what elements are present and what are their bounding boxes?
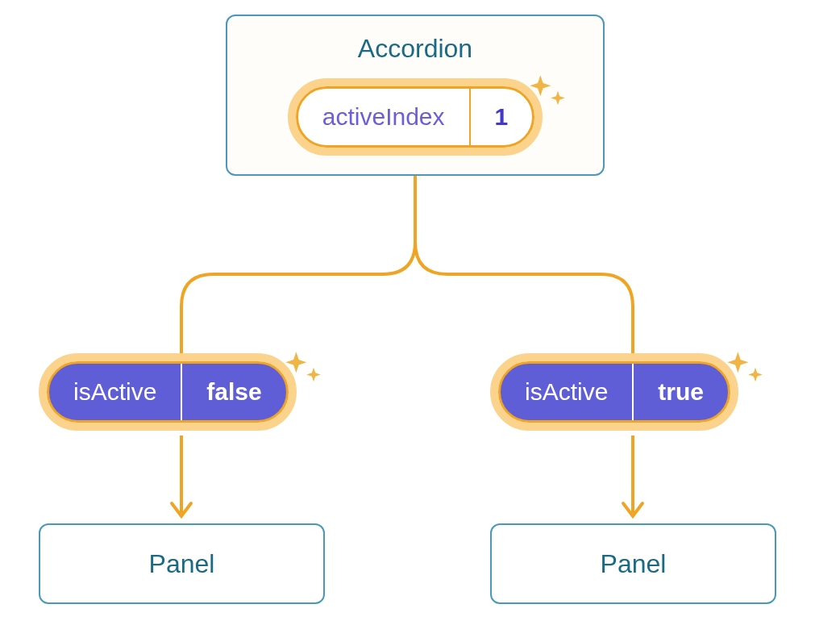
state-lifting-diagram: Accordion activeIndex 1 isActive false xyxy=(0,0,840,621)
sparkle-icon xyxy=(724,348,766,390)
prop-value: true xyxy=(632,364,728,420)
prop-label: isActive xyxy=(49,364,181,420)
sparkle-icon xyxy=(526,72,568,114)
panel-component-box-right: Panel xyxy=(490,523,776,604)
panel-component-box-left: Panel xyxy=(39,523,325,604)
state-value: 1 xyxy=(469,89,533,145)
state-label: activeIndex xyxy=(298,89,469,145)
prop-pill-isactive-left: isActive false xyxy=(39,353,297,431)
prop-pill-isactive-right: isActive true xyxy=(490,353,738,431)
sparkle-icon xyxy=(282,348,324,390)
state-pill-activeindex: activeIndex 1 xyxy=(288,78,543,156)
panel-title: Panel xyxy=(149,549,215,579)
panel-title: Panel xyxy=(601,549,667,579)
prop-value: false xyxy=(181,364,285,420)
accordion-component-box: Accordion activeIndex 1 xyxy=(226,15,605,176)
prop-label: isActive xyxy=(501,364,632,420)
accordion-title: Accordion xyxy=(358,34,472,64)
